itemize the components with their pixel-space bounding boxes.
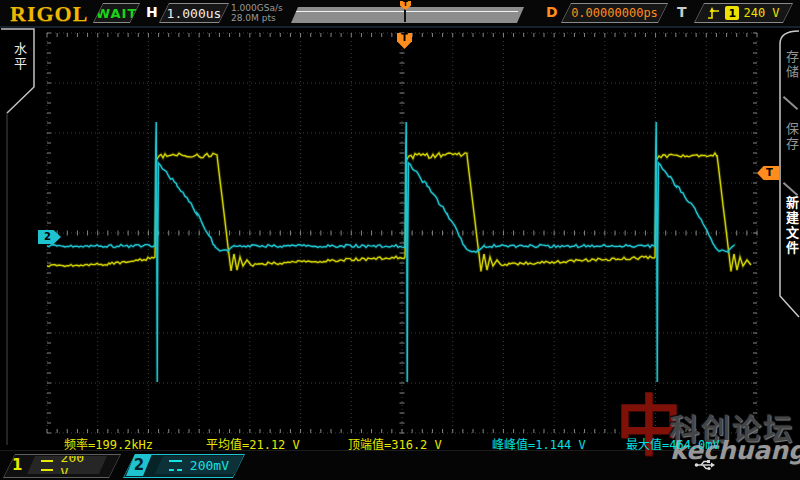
ch2-trace [47, 122, 734, 382]
graticule-and-traces [0, 0, 800, 480]
measurement-5: 最大值=464.0mV [626, 435, 720, 452]
oscilloscope-screen: RIGOL WAIT H 1.000us 1.000GSa/s 28.0M pt… [0, 0, 800, 480]
ch1-trace [47, 153, 751, 272]
measurement-1: 频率=199.2kHz [64, 435, 153, 452]
measurement-3: 顶端值=316.2 V [348, 435, 442, 452]
measurement-4: 峰峰值=1.144 V [492, 435, 586, 452]
measurement-2: 平均值=21.12 V [206, 435, 300, 452]
